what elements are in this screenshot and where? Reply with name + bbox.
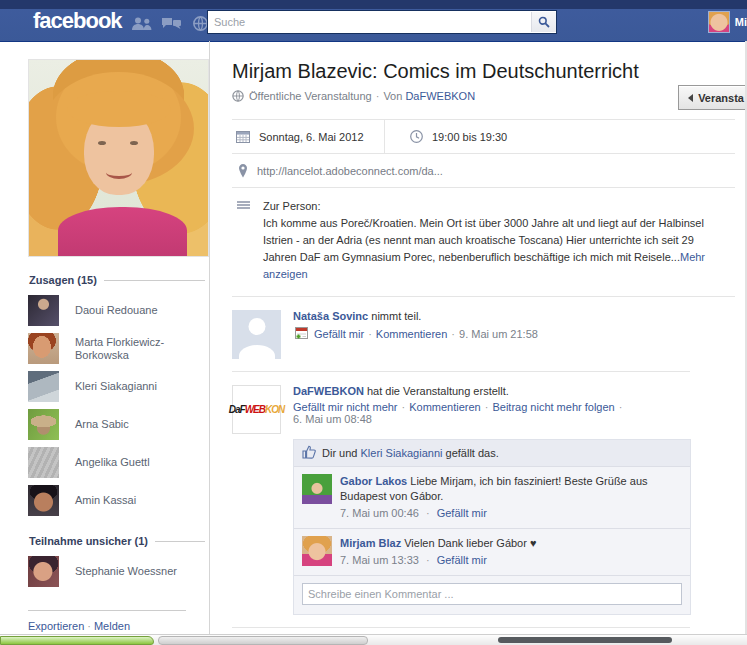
post-author[interactable]: Nataša Sovinc [293,310,368,322]
messages-icon[interactable] [161,16,181,31]
list-item[interactable]: Marta Florkiewicz-Borkowska [28,332,209,365]
avatar [28,409,59,440]
facebook-logo[interactable]: facebook [33,9,122,33]
member-name[interactable]: Arna Sabic [75,418,193,431]
profile-avatar [708,11,730,33]
logo-part-gold: KON [265,404,284,415]
member-name[interactable]: Amin Kassai [75,494,193,507]
comment-author[interactable]: Gabor Lakos [340,475,407,487]
thumb-up-icon [302,445,316,461]
timestamp: 9. Mai um 21:58 [459,328,538,340]
description-lines-icon [237,201,250,283]
description-body: Ich komme aus Poreč/Kroatien. Mein Ort i… [263,217,704,263]
member-name[interactable]: Angelika Guettl [75,456,193,469]
post-action: hat die Veranstaltung erstellt. [364,385,509,397]
feed-post-attending: Nataša Sovinc nimmt teil. Gefällt mir · … [232,297,690,372]
event-visibility: Öffentliche Veranstaltung [249,90,372,102]
event-time: 19:00 bis 19:30 [432,131,507,143]
page-title: Mirjam Blazevic: Comics im Deutschunterr… [232,60,672,83]
search-button[interactable] [531,12,556,32]
location-pin-icon [238,164,248,178]
event-rsvp-icon [293,326,309,341]
event-sidebar: Zusagen (15) Daoui Redouane Marta Florki… [0,41,210,645]
scrollbar-segment [158,636,368,645]
liker-link[interactable]: Kleri Siakagianni [361,447,443,459]
event-subtitle: Öffentliche Veranstaltung · Von DaFWEBKO… [232,90,735,102]
feed-post-created: DaFWEBKON DaFWEBKON hat die Veranstaltun… [232,372,690,628]
maybe-section-heading: Teilnahme unsicher (1) [29,535,205,547]
event-content: Mirjam Blazevic: Comics im Deutschunterr… [210,41,747,645]
comment-link[interactable]: Kommentieren [409,401,481,413]
back-arrow-icon [688,94,693,102]
member-name[interactable]: Kleri Siakagianni [75,380,193,393]
list-item[interactable]: Daoui Redouane [28,294,209,327]
post-author[interactable]: DaFWEBKON [293,385,364,397]
post-action: nimmt teil. [368,310,421,322]
public-globe-icon [232,90,244,102]
comment-text: Vielen Dank lieber Gábor ♥ [401,537,536,549]
avatar [28,295,59,326]
search-input[interactable] [208,13,531,31]
facebook-event-page: facebook Mi [0,0,747,645]
unfollow-link[interactable]: Beitrag nicht mehr folgen [492,401,614,413]
creator-link[interactable]: DaFWEBKON [405,90,475,102]
scrollbar-thumb[interactable] [498,637,672,643]
member-name[interactable]: Daoui Redouane [75,304,193,317]
comment-link[interactable]: Kommentieren [376,328,448,340]
list-item[interactable]: Stephanie Woessner [28,555,209,588]
profile-menu[interactable]: Mi [708,11,747,33]
event-description: Zur Person: Ich komme aus Poreč/Kroatien… [232,188,735,297]
search-icon [538,16,550,28]
profile-name: Mi [735,16,747,28]
event-byline: Von [383,90,402,102]
like-link[interactable]: Gefällt mir [437,507,487,519]
timestamp: 7. Mai um 13:33 [340,554,419,566]
avatar[interactable]: DaFWEBKON [232,385,281,434]
friend-requests-icon[interactable] [132,16,152,31]
report-link[interactable]: Melden [94,620,130,632]
likes-and-comments-box: Dir und Kleri Siakagianni gefällt das. G… [293,439,691,615]
member-name[interactable]: Marta Florkiewicz-Borkowska [75,336,193,362]
like-link[interactable]: Gefällt mir [314,328,364,340]
search-bar [207,10,557,34]
avatar [28,333,59,364]
avatar [28,485,59,516]
event-location-link[interactable]: http://lancelot.adobeconnect.com/da... [257,165,443,177]
list-item[interactable]: Kleri Siakagianni [28,370,209,403]
avatar[interactable] [232,310,281,359]
comment: Gabor Lakos Liebe Mirjam, ich bin faszin… [294,466,690,528]
top-navigation-bar: facebook Mi [0,0,747,42]
sidebar-footer: Exportieren·Melden [28,610,186,632]
avatar [28,556,59,587]
description-title: Zur Person: [263,198,715,215]
avatar [28,447,59,478]
timestamp: 6. Mai um 08:48 [293,413,372,425]
logo-part-black: DaF [229,404,245,415]
member-name[interactable]: Stephanie Woessner [75,565,193,578]
event-info-table: Sonntag, 6. Mai 2012 19:00 bis 19:30 [232,119,735,297]
comment-input[interactable] [302,583,682,605]
calendar-icon [236,130,250,143]
timestamp: 7. Mai um 00:46 [340,507,419,519]
unlike-link[interactable]: Gefällt mir nicht mehr [293,401,398,413]
avatar[interactable] [302,474,332,504]
comment-author[interactable]: Mirjam Blaz [340,537,401,549]
like-summary: Dir und Kleri Siakagianni gefällt das. [322,447,499,459]
export-link[interactable]: Exportieren [28,620,84,632]
event-photo[interactable] [29,60,208,256]
like-link[interactable]: Gefällt mir [437,554,487,566]
list-item[interactable]: Arna Sabic [28,408,209,441]
attending-section-heading: Zusagen (15) [29,274,205,286]
clock-icon [410,130,423,143]
avatar [28,371,59,402]
event-date: Sonntag, 6. Mai 2012 [259,131,364,143]
list-item[interactable]: Angelika Guettl [28,446,209,479]
horizontal-scrollbar [0,634,747,645]
comment: Mirjam Blaz Vielen Dank lieber Gábor ♥ 7… [294,528,690,575]
list-item[interactable]: Amin Kassai [28,484,209,517]
avatar[interactable] [302,536,332,566]
logo-part-red: WEB [245,404,265,415]
status-progress-bar [0,636,154,645]
back-to-events-button[interactable]: Veransta [678,85,747,110]
